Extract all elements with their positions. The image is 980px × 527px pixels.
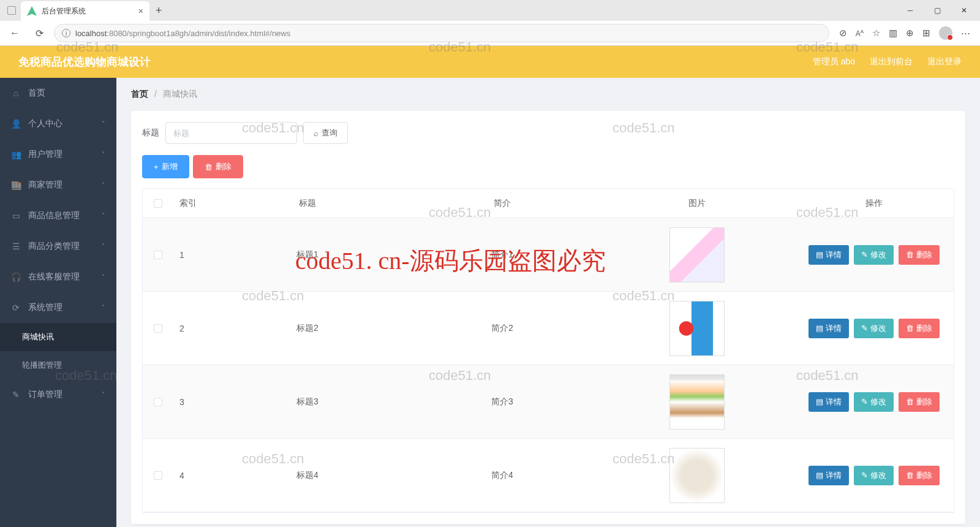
search-query-label: 查询 <box>322 127 337 138</box>
nav-refresh-button[interactable]: ⟳ <box>29 23 49 43</box>
search-label: 标题 <box>142 127 159 138</box>
text-size-icon[interactable]: AA <box>856 29 864 38</box>
user-icon: 👤 <box>11 119 21 129</box>
tab-close-icon[interactable]: × <box>138 6 143 16</box>
sidebar-item-商品分类管理[interactable]: ☰ 商品分类管理 ˅ <box>0 231 116 262</box>
col-title: 标题 <box>210 193 405 214</box>
more-menu-icon[interactable]: ⋯ <box>961 28 970 39</box>
row-checkbox[interactable] <box>154 251 162 259</box>
header-to-front-link[interactable]: 退出到前台 <box>870 56 913 67</box>
edit-icon: ✎ <box>861 250 868 259</box>
nav-back-button[interactable]: ← <box>5 23 24 43</box>
row-checkbox[interactable] <box>154 324 162 333</box>
col-intro: 简介 <box>405 193 600 214</box>
search-title-input[interactable] <box>165 122 297 144</box>
site-info-icon[interactable]: i <box>62 29 70 37</box>
sidebar-item-商品信息管理[interactable]: ▭ 商品信息管理 ˅ <box>0 200 116 231</box>
main-content: 首页 / 商城快讯 标题 ⌕ 查询 + 新增 🗑 删除 <box>116 78 980 527</box>
search-row: 标题 ⌕ 查询 <box>142 122 954 144</box>
window-close-button[interactable]: ✕ <box>951 1 978 20</box>
row-edit-button[interactable]: ✎ 修改 <box>854 466 894 485</box>
sidebar-item-商家管理[interactable]: 🏬 商家管理 ˅ <box>0 170 116 200</box>
key-icon[interactable]: ⊘ <box>839 28 847 39</box>
chevron-down-icon: ˅ <box>102 181 105 189</box>
profile-avatar-icon[interactable] <box>939 26 952 40</box>
header-user-label[interactable]: 管理员 abo <box>813 56 855 67</box>
header-logout-link[interactable]: 退出登录 <box>927 56 962 67</box>
content-panel: 标题 ⌕ 查询 + 新增 🗑 删除 <box>131 111 965 524</box>
search-icon: ⌕ <box>314 129 318 138</box>
table-row: 3 标题3 简介3 ▤ 详情 ✎ 修改 🗑 删除 <box>143 365 954 439</box>
window-tab-list-button[interactable] <box>2 6 21 15</box>
sidebar-item-label: 首页 <box>28 88 45 99</box>
chevron-down-icon: ˅ <box>102 120 105 128</box>
url-host: localhost <box>75 29 107 38</box>
sidebar-item-在线客服管理[interactable]: 🎧 在线客服管理 ˅ <box>0 262 116 292</box>
edit-icon: ✎ <box>861 397 868 406</box>
row-delete-button[interactable]: 🗑 删除 <box>899 319 940 338</box>
sidebar-subitem-轮播图管理[interactable]: 轮播图管理 <box>0 351 116 379</box>
home-icon: ⌂ <box>11 88 21 98</box>
category-icon: ☰ <box>11 241 21 251</box>
row-delete-button[interactable]: 🗑 删除 <box>899 245 940 265</box>
collections-icon[interactable]: ⊕ <box>906 28 914 39</box>
delete-button[interactable]: 🗑 删除 <box>193 155 243 178</box>
sidebar-item-label: 系统管理 <box>28 302 62 313</box>
col-image: 图片 <box>600 193 794 214</box>
action-row: + 新增 🗑 删除 <box>142 155 954 178</box>
sidebar-item-个人中心[interactable]: 👤 个人中心 ˅ <box>0 108 116 139</box>
cell-index: 1 <box>173 245 210 265</box>
detail-icon: ▤ <box>816 324 823 333</box>
cell-title: 标题2 <box>210 318 405 339</box>
row-edit-button[interactable]: ✎ 修改 <box>854 245 894 265</box>
service-icon: 🎧 <box>11 272 21 282</box>
row-thumbnail[interactable] <box>669 301 725 356</box>
row-edit-button[interactable]: ✎ 修改 <box>854 392 894 412</box>
row-detail-button[interactable]: ▤ 详情 <box>809 392 849 412</box>
trash-icon: 🗑 <box>906 250 914 259</box>
row-delete-button[interactable]: 🗑 删除 <box>899 392 940 412</box>
favorite-icon[interactable]: ☆ <box>872 28 880 39</box>
window-minimize-button[interactable]: ─ <box>897 1 924 20</box>
row-delete-button[interactable]: 🗑 删除 <box>899 466 940 485</box>
table-row: 1 标题1 简介1 ▤ 详情 ✎ 修改 🗑 删除 <box>143 218 954 292</box>
extensions-icon[interactable]: ⊞ <box>922 28 930 39</box>
sidebar-item-首页[interactable]: ⌂ 首页 <box>0 78 116 108</box>
row-checkbox[interactable] <box>154 471 162 480</box>
add-button-label: 新增 <box>162 161 178 172</box>
split-screen-icon[interactable]: ▥ <box>889 28 897 39</box>
chevron-down-icon: ˅ <box>102 391 105 399</box>
search-query-button[interactable]: ⌕ 查询 <box>303 122 348 144</box>
browser-tab[interactable]: 后台管理系统 × <box>21 1 149 21</box>
sidebar-item-系统管理[interactable]: ⟳ 系统管理 ˄ <box>0 292 116 323</box>
plus-icon: + <box>154 162 159 172</box>
select-all-checkbox[interactable] <box>154 199 162 208</box>
row-detail-button[interactable]: ▤ 详情 <box>809 319 849 338</box>
row-thumbnail[interactable] <box>669 374 725 430</box>
row-thumbnail[interactable] <box>669 227 725 282</box>
col-index: 索引 <box>173 193 210 214</box>
chevron-down-icon: ˅ <box>102 212 105 220</box>
browser-toolbar-icons: ⊘ AA ☆ ▥ ⊕ ⊞ ⋯ <box>834 26 975 40</box>
window-maximize-button[interactable]: ▢ <box>924 1 951 20</box>
trash-icon: 🗑 <box>205 162 213 172</box>
row-edit-button[interactable]: ✎ 修改 <box>854 319 894 338</box>
col-ops: 操作 <box>794 193 954 214</box>
sidebar-subitem-商城快讯[interactable]: 商城快讯 <box>0 323 116 351</box>
trash-icon: 🗑 <box>906 397 914 406</box>
row-checkbox[interactable] <box>154 398 162 406</box>
table-header: 索引 标题 简介 图片 操作 <box>143 189 954 218</box>
row-detail-button[interactable]: ▤ 详情 <box>809 245 849 265</box>
sidebar-item-用户管理[interactable]: 👥 用户管理 ˅ <box>0 139 116 170</box>
row-thumbnail[interactable] <box>669 448 725 503</box>
cell-index: 3 <box>173 392 210 412</box>
new-tab-button[interactable]: + <box>149 4 168 17</box>
app-header: 免税商品优选购物商城设计 管理员 abo 退出到前台 退出登录 <box>0 46 980 78</box>
add-button[interactable]: + 新增 <box>142 155 189 178</box>
url-input[interactable]: i localhost:8080/springboot1a8gh/admin/d… <box>54 24 829 42</box>
breadcrumb-home[interactable]: 首页 <box>131 89 148 99</box>
sidebar-item-订单管理[interactable]: ✎ 订单管理 ˅ <box>0 379 116 410</box>
sidebar-item-label: 订单管理 <box>28 389 62 400</box>
row-detail-button[interactable]: ▤ 详情 <box>809 466 849 485</box>
detail-icon: ▤ <box>816 471 823 480</box>
